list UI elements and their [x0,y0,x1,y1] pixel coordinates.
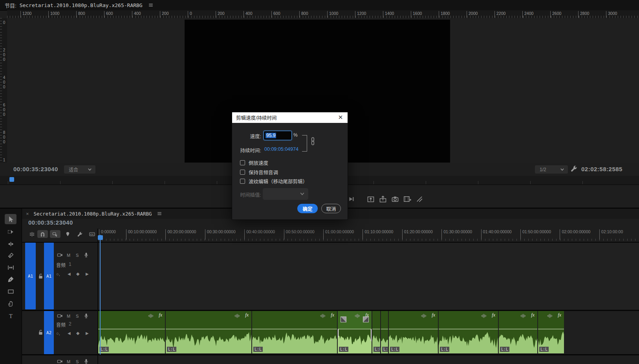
playback-resolution-select[interactable]: 1/2 [535,165,568,174]
audio-clip[interactable]: fxL:L [499,311,537,353]
fx-badge[interactable]: fx [159,312,162,318]
fx-badge[interactable]: fx [492,312,495,318]
lift-icon[interactable] [366,195,375,203]
timeline-playhead-head[interactable] [98,235,103,240]
razor-tool[interactable] [5,250,16,260]
clip-speed-duration-dialog: 剪辑速度/持续时间 ✕ 速度: 95.9 % 持续时间: 00:09:05:04… [232,112,348,220]
chevron-down-icon [560,167,565,172]
fx-badge[interactable]: fx [432,312,435,318]
track-lock-icon[interactable] [37,273,44,279]
linked-selection-icon[interactable] [50,230,60,238]
keyframe-pen-icon[interactable]: ○, [56,272,60,276]
keyframe-pen-icon[interactable]: ○, [56,331,60,336]
timeline-tab-label[interactable]: Secretariat.2010.1080p.BluRay.x265-RARBG [34,211,152,217]
ripple-edit-tool[interactable] [5,239,16,249]
program-position-timecode[interactable]: 00:00:35:23040 [13,166,58,172]
program-vertical-ruler[interactable]: 02004006008001000 [0,18,7,175]
program-ruler-label: 1200 [20,11,31,18]
audio-clip[interactable]: fxL:L [439,311,498,353]
mute-track-button[interactable]: M [67,253,70,258]
audio-clip[interactable]: fxL:L [538,311,564,353]
channel-badge: L:L [374,347,380,352]
fx-badge[interactable]: fx [531,312,535,318]
timeline-position-timecode[interactable]: 00:00:35:23040 [28,219,73,226]
snap-icon[interactable] [37,230,48,238]
goto-next-edit-icon[interactable] [347,195,356,203]
time-interpolation-select[interactable] [263,188,308,200]
speed-input[interactable]: 95.9 [264,131,292,140]
duration-label: 持续时间: [235,146,261,154]
solo-track-button[interactable]: S [76,359,79,364]
ok-button[interactable]: 确定 [297,204,318,213]
duration-value[interactable]: 00:09:05:04974 [264,146,298,152]
close-icon[interactable]: ✕ [337,113,344,121]
panel-menu-icon[interactable] [157,211,162,216]
audio-clip[interactable]: fxL:L [166,311,251,353]
captions-icon[interactable] [87,230,97,238]
camcorder-icon[interactable] [56,313,63,319]
slip-tool[interactable] [5,262,16,273]
audio-clip[interactable]: fxL:L [338,311,372,353]
channel-badge: L:L [253,347,263,352]
timeline-ruler-label: 01:10:00:00000 [363,229,393,240]
close-tab-icon[interactable]: × [26,211,29,217]
audio-clip[interactable]: L:L [372,311,380,353]
track-lock-icon[interactable] [37,329,44,335]
next-keyframe-icon[interactable]: ▶ [86,331,89,335]
audio-track-1-content [98,243,639,310]
audio-clip[interactable]: fxL:L [252,311,337,353]
program-horizontal-ruler[interactable]: 1200100080060040020002004006008001000120… [7,10,639,18]
previous-keyframe-icon[interactable]: ◀ [68,331,71,335]
timeline-settings-icon[interactable] [75,230,85,238]
voiceover-record-icon[interactable] [82,358,90,364]
track-target-a1[interactable]: A1 [44,243,54,309]
zoom-level-select[interactable]: 适合 [64,165,95,174]
comparison-view-icon[interactable] [403,195,412,203]
track-target-a2[interactable]: A2 [44,311,54,354]
type-tool[interactable] [5,311,16,321]
audio-clip[interactable]: L:L [381,311,388,353]
panel-menu-icon[interactable] [148,2,154,8]
solo-track-button[interactable]: S [76,253,79,258]
next-keyframe-icon[interactable]: ▶ [86,272,89,276]
previous-keyframe-icon[interactable]: ◀ [68,272,71,276]
fx-badge[interactable]: fx [245,312,249,318]
audio-clip[interactable]: fxL:L [389,311,438,353]
add-keyframe-icon[interactable]: ◆ [76,271,79,276]
link-speed-duration-icon[interactable] [310,137,316,145]
button-editor-icon[interactable] [415,195,424,203]
mute-track-button[interactable]: M [67,359,70,364]
timeline-playhead-line[interactable] [100,235,101,355]
pen-tool[interactable] [5,274,16,284]
fx-badge[interactable]: fx [558,312,561,318]
checkbox[interactable] [240,160,245,165]
track-select-forward-tool[interactable] [5,227,16,237]
add-marker-icon[interactable] [62,230,73,238]
fx-badge[interactable]: fx [331,312,334,318]
timeline-ruler[interactable]: 0:0000000:10:00:0000000:20:00:0000000:30… [98,229,639,242]
audio-clip[interactable]: fxL:L [98,311,165,353]
dialog-titlebar[interactable]: 剪辑速度/持续时间 [232,112,348,123]
clip-left-handle[interactable] [341,316,346,322]
camcorder-icon[interactable] [56,252,63,258]
solo-track-button[interactable]: S [76,314,79,318]
hand-tool[interactable] [5,298,16,309]
mute-track-button[interactable]: M [67,314,70,318]
checkbox[interactable] [240,170,245,175]
source-patch-a1[interactable]: A1 [25,243,36,309]
rectangle-tool[interactable] [5,286,16,296]
checkbox[interactable] [240,179,245,184]
voiceover-record-icon[interactable] [82,313,90,319]
camcorder-icon[interactable] [56,358,63,364]
cancel-button[interactable]: 取消 [321,204,341,213]
voiceover-record-icon[interactable] [82,252,90,258]
nested-sequence-icon[interactable] [27,230,37,238]
selection-tool[interactable] [5,214,16,224]
extract-icon[interactable] [379,195,387,203]
program-playhead[interactable] [9,177,14,182]
clip-right-handle[interactable] [363,316,369,322]
settings-wrench-icon[interactable] [570,165,578,172]
export-frame-icon[interactable] [391,195,399,203]
add-keyframe-icon[interactable]: ◆ [76,331,79,336]
track-name: 音频 [56,262,66,268]
